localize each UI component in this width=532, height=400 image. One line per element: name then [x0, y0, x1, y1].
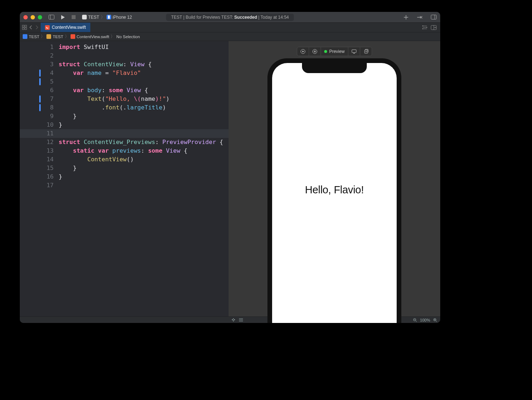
- phone-simulator[interactable]: Hello, Flavio!: [267, 58, 401, 323]
- preview-play-button[interactable]: [297, 47, 309, 56]
- file-tab-label: ContentView.swift: [52, 25, 86, 30]
- breadcrumb-selection[interactable]: No Selection: [116, 35, 140, 39]
- zoom-in-button[interactable]: [433, 318, 437, 322]
- breadcrumb-label: TEST: [29, 35, 39, 39]
- code-line[interactable]: 11: [20, 129, 229, 138]
- preview-pause-button[interactable]: [309, 47, 321, 56]
- breadcrumb-label: ContentView.swift: [77, 35, 109, 39]
- svg-rect-5: [108, 15, 110, 19]
- status-prefix: TEST | Build for Previews TEST:: [171, 15, 234, 20]
- breadcrumb-label: No Selection: [116, 35, 140, 39]
- code-line[interactable]: 8 .font(.largeTitle): [20, 103, 229, 112]
- svg-rect-11: [25, 28, 27, 30]
- change-marker: [39, 69, 41, 77]
- svg-rect-0: [49, 15, 54, 19]
- stop-button[interactable]: [72, 15, 76, 19]
- code-review-icon[interactable]: [416, 15, 423, 19]
- scheme-device-label: iPhone 12: [113, 15, 132, 20]
- jump-bar[interactable]: TEST 〉 TEST 〉 ContentView.swift 〉 No Sel…: [20, 32, 440, 41]
- breadcrumb-project[interactable]: TEST: [23, 34, 39, 39]
- titlebar: TEST 〉 iPhone 12 TEST | Build for Previe…: [20, 12, 440, 22]
- breadcrumb-file[interactable]: ContentView.swift: [71, 34, 109, 39]
- breadcrumb-separator: 〉: [65, 34, 69, 39]
- code-line[interactable]: 6 var body: some View {: [20, 86, 229, 95]
- code-line[interactable]: 12struct ContentView_Previews: PreviewPr…: [20, 138, 229, 147]
- preview-device-button[interactable]: [348, 47, 360, 56]
- code-content: static var previews: some View {: [59, 147, 188, 155]
- inspector-toggle-icon[interactable]: [431, 15, 437, 19]
- code-line[interactable]: 7 Text("Hello, \(name)!"): [20, 95, 229, 103]
- code-editor[interactable]: 1import SwiftUI23struct ContentView: Vie…: [20, 41, 229, 316]
- line-number: 9: [20, 112, 59, 121]
- preview-duplicate-button[interactable]: [360, 47, 371, 56]
- activity-status[interactable]: TEST | Build for Previews TEST: Succeede…: [166, 14, 294, 21]
- plus-icon[interactable]: [403, 15, 409, 20]
- app-icon: [82, 15, 87, 19]
- svg-line-26: [415, 320, 417, 322]
- traffic-lights: [23, 15, 42, 19]
- code-line[interactable]: 3struct ContentView: View {: [20, 60, 229, 69]
- code-line[interactable]: 5: [20, 77, 229, 86]
- svg-rect-15: [422, 28, 423, 29]
- nav-forward-button[interactable]: [35, 25, 39, 30]
- zoom-out-button[interactable]: [413, 318, 417, 322]
- zoom-level[interactable]: 100%: [420, 318, 430, 322]
- preview-status[interactable]: Preview: [321, 47, 348, 56]
- breadcrumb-folder[interactable]: TEST: [46, 34, 63, 39]
- svg-rect-3: [82, 15, 87, 19]
- svg-rect-6: [431, 15, 437, 19]
- code-line[interactable]: 15 }: [20, 164, 229, 172]
- project-icon: [23, 34, 27, 39]
- code-content: }: [59, 121, 62, 129]
- pin-icon[interactable]: [231, 318, 235, 322]
- line-number: 16: [20, 172, 59, 181]
- line-number: 12: [20, 138, 59, 147]
- svg-rect-22: [352, 50, 356, 53]
- nav-back-button[interactable]: [29, 25, 33, 30]
- breadcrumb-separator: 〉: [41, 34, 45, 39]
- line-number: 11: [20, 129, 59, 138]
- close-window-button[interactable]: [23, 15, 28, 19]
- code-content: struct ContentView_Previews: PreviewProv…: [59, 138, 223, 147]
- scheme-selector[interactable]: TEST 〉 iPhone 12: [82, 14, 132, 20]
- code-content: }: [59, 164, 77, 172]
- svg-rect-12: [45, 25, 50, 30]
- scheme-target-label: TEST: [88, 15, 99, 20]
- code-line[interactable]: 13 static var previews: some View {: [20, 147, 229, 155]
- device-icon: [107, 15, 111, 19]
- adjust-editor-icon[interactable]: [422, 25, 427, 30]
- run-button[interactable]: [61, 15, 65, 20]
- line-number: 2: [20, 51, 59, 60]
- svg-rect-21: [315, 51, 316, 53]
- code-line[interactable]: 9 }: [20, 112, 229, 121]
- code-line[interactable]: 4 var name = "Flavio": [20, 69, 229, 77]
- file-tab[interactable]: ContentView.swift: [41, 23, 90, 32]
- list-icon[interactable]: [239, 318, 243, 322]
- breadcrumb-separator: 〉: [111, 34, 115, 39]
- code-line[interactable]: 14 ContentView(): [20, 155, 229, 164]
- code-line[interactable]: 16}: [20, 172, 229, 181]
- line-number: 17: [20, 181, 59, 190]
- line-number: 15: [20, 164, 59, 172]
- change-marker: [39, 104, 41, 111]
- line-number: 13: [20, 147, 59, 155]
- maximize-window-button[interactable]: [38, 15, 42, 19]
- related-items-icon[interactable]: [22, 25, 27, 30]
- preview-toolbar: Preview: [297, 47, 372, 56]
- code-line[interactable]: 10}: [20, 121, 229, 129]
- code-line[interactable]: 17: [20, 181, 229, 190]
- code-line[interactable]: 2: [20, 51, 229, 60]
- minimize-window-button[interactable]: [31, 15, 35, 19]
- scheme-separator: 〉: [101, 14, 105, 20]
- main-split: 1import SwiftUI23struct ContentView: Vie…: [20, 41, 440, 316]
- line-number: 14: [20, 155, 59, 164]
- sidebar-toggle-icon[interactable]: [49, 15, 54, 19]
- change-marker: [39, 78, 41, 85]
- add-editor-icon[interactable]: [431, 25, 437, 30]
- preview-label: Preview: [329, 49, 345, 54]
- code-content: var body: some View {: [59, 86, 148, 95]
- code-line[interactable]: 1import SwiftUI: [20, 43, 229, 51]
- svg-point-19: [313, 49, 317, 54]
- folder-icon: [46, 34, 51, 39]
- phone-screen: Hello, Flavio!: [272, 63, 397, 323]
